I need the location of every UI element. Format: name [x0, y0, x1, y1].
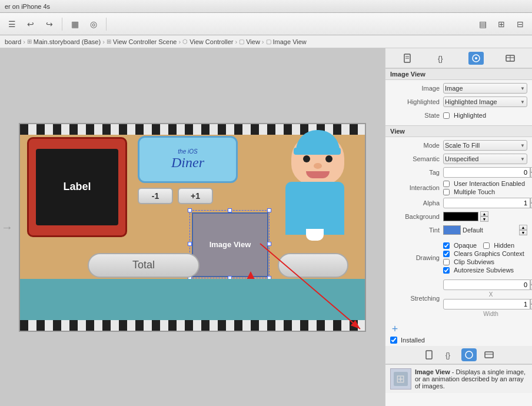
tint-swatch[interactable]	[443, 225, 461, 235]
toolbar-panel-btn[interactable]: ⊞	[493, 16, 510, 32]
tint-row: Tint Default ▲ ▼	[390, 224, 527, 236]
toolbar-separator2	[106, 18, 107, 31]
panel-circle-btn[interactable]	[468, 52, 484, 65]
toolbar-grid-btn[interactable]: ▦	[66, 16, 83, 32]
tint-label-value: Default	[463, 227, 517, 234]
svg-text:{}: {}	[445, 351, 450, 360]
clears-graphics-checkbox[interactable]	[443, 251, 450, 257]
titlebar: er on iPhone 4s	[0, 0, 532, 13]
tint-label: Tint	[390, 227, 443, 234]
multiple-touch-label: Multiple Touch	[454, 188, 495, 195]
autoresize-checkbox[interactable]	[443, 267, 450, 274]
info-icon: ⊞	[390, 368, 411, 390]
semantic-select[interactable]: Unspecified	[443, 154, 527, 164]
x-input[interactable]	[443, 279, 530, 290]
toolbar-file-btn[interactable]: ☰	[4, 16, 20, 32]
breadcrumb-sep-4: ›	[262, 38, 264, 45]
plus-button[interactable]: +1	[178, 188, 213, 204]
state-checkbox[interactable]	[443, 112, 450, 119]
breadcrumb-item-1[interactable]: ⊞ Main.storyboard (Base)	[27, 38, 101, 45]
toolbar-target-btn[interactable]: ◎	[85, 16, 102, 32]
hidden-label: Hidden	[494, 242, 514, 249]
background-increment-btn[interactable]: ▲	[480, 211, 488, 217]
tag-input[interactable]	[443, 167, 530, 178]
sign-text-small: the iOS	[178, 148, 197, 155]
bottom-tab-table[interactable]	[481, 348, 497, 361]
info-title: Image View	[415, 368, 450, 375]
background-swatch[interactable]	[443, 212, 478, 221]
hidden-checkbox[interactable]	[483, 242, 490, 249]
char-cap-brim	[294, 148, 341, 155]
buttons-row: -1 +1	[138, 188, 213, 204]
semantic-select-wrapper[interactable]: Unspecified	[443, 154, 527, 164]
background-decrement-btn[interactable]: ▼	[480, 217, 488, 222]
total-button[interactable]: Total	[88, 253, 200, 278]
char-collar	[306, 229, 324, 241]
x-stepper-container: ▲ ▼	[443, 279, 532, 290]
image-select[interactable]: Image	[443, 83, 527, 94]
image-view-box[interactable]: Image View	[192, 212, 268, 277]
toolbar-undo-btn[interactable]: ↩	[22, 16, 39, 32]
multiple-touch-checkbox[interactable]	[443, 189, 450, 195]
breadcrumb-sep-0: ›	[23, 38, 25, 45]
highlighted-select-wrapper[interactable]: Highlighted Image	[443, 96, 527, 107]
svg-text:{}: {}	[438, 54, 443, 63]
tint-value: Default ▲ ▼	[443, 225, 527, 235]
stretching-label: Stretching	[390, 295, 443, 302]
x-col-label: X	[443, 291, 532, 298]
bottom-border	[20, 320, 365, 331]
svg-rect-12	[426, 351, 432, 359]
tv-screen: Label	[36, 149, 118, 225]
char-eye-left	[303, 155, 310, 162]
bottom-tab-circle[interactable]	[461, 348, 477, 361]
svg-point-8	[475, 57, 477, 59]
breadcrumb-item-0[interactable]: board	[5, 38, 21, 45]
mode-select[interactable]: Scale To Fill	[443, 140, 527, 151]
breadcrumb-item-3[interactable]: ⬡ View Controller	[182, 38, 233, 45]
add-installed-btn[interactable]: +	[390, 324, 400, 333]
image-row: Image Image	[390, 82, 527, 94]
background-stepper-btns: ▲ ▼	[480, 211, 488, 222]
toolbar-redo-btn[interactable]: ↪	[41, 16, 58, 32]
breadcrumb-sep-1: ›	[102, 38, 105, 45]
toolbar-sidebar-left-btn[interactable]: ▤	[474, 16, 491, 32]
tint-decrement-btn[interactable]: ▼	[519, 230, 527, 235]
width-input[interactable]	[443, 299, 530, 310]
bottom-tab-braces[interactable]: {}	[441, 348, 457, 361]
user-interaction-checkbox[interactable]	[443, 181, 450, 187]
state-value: Highlighted	[443, 112, 527, 119]
installed-checkbox[interactable]	[390, 337, 397, 344]
minus-button[interactable]: -1	[138, 188, 173, 204]
char-body	[285, 182, 344, 235]
panel-file-btn[interactable]	[400, 52, 415, 65]
panel-braces-btn[interactable]: {}	[434, 52, 449, 65]
canvas-area[interactable]: → Label the iOS Diner	[0, 48, 385, 406]
drawing-label: Drawing	[390, 254, 443, 261]
clip-subviews-label: Clip Subviews	[454, 258, 494, 265]
interaction-label: Interaction	[390, 184, 443, 191]
breadcrumb-sep-2: ›	[178, 38, 181, 45]
opaque-checkbox[interactable]	[443, 242, 450, 249]
toolbar-sidebar-right-btn[interactable]: ⊟	[512, 16, 528, 32]
highlighted-select[interactable]: Highlighted Image	[443, 96, 527, 107]
breadcrumb-item-5[interactable]: ▢ Image View	[266, 38, 307, 45]
panel-table-btn[interactable]	[503, 52, 518, 65]
diner-scene: Label the iOS Diner -1 +1	[20, 124, 365, 331]
total-right-button[interactable]	[278, 253, 348, 278]
mode-row: Mode Scale To Fill	[390, 139, 527, 151]
image-select-wrapper[interactable]: Image	[443, 83, 527, 94]
image-view-section-content: Image Image Highlighted Highlighted Imag…	[385, 80, 532, 125]
drawing-checkboxes: Opaque Hidden Clears Graphics Context Cl…	[443, 242, 527, 274]
alpha-input[interactable]	[443, 198, 530, 208]
breadcrumb-item-4[interactable]: ▢ View	[239, 38, 260, 45]
tint-stepper-btns: ▲ ▼	[519, 225, 527, 235]
tag-row: Tag ▲ ▼	[390, 167, 527, 178]
clip-subviews-checkbox[interactable]	[443, 259, 450, 265]
toolbar: ☰ ↩ ↪ ▦ ◎ ▤ ⊞ ⊟	[0, 13, 532, 35]
mode-select-wrapper[interactable]: Scale To Fill	[443, 140, 527, 151]
tint-increment-btn[interactable]: ▲	[519, 225, 527, 230]
info-text: Image View - Displays a single image, or…	[415, 368, 527, 390]
breadcrumb-item-2[interactable]: ⊞ View Controller Scene	[107, 38, 177, 45]
width-stepper: ▲ ▼	[443, 299, 532, 310]
bottom-tab-file[interactable]	[421, 348, 437, 361]
